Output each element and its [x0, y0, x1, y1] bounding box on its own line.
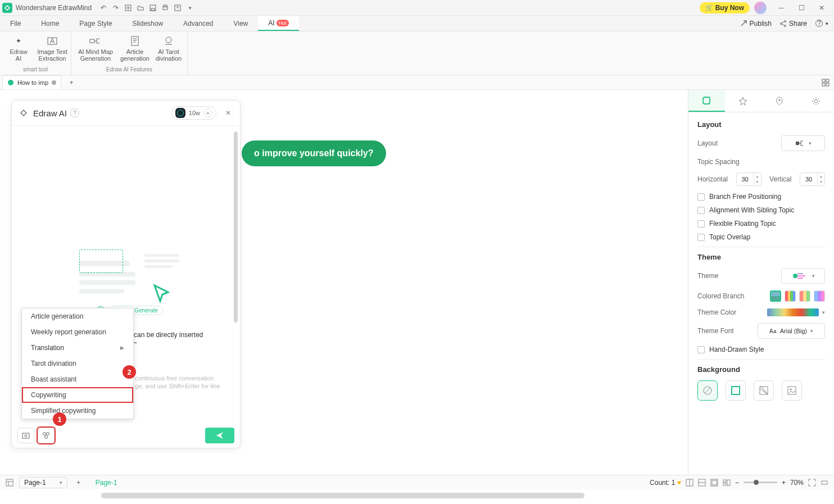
- svg-point-16: [8, 80, 13, 85]
- menu-item-copywriting[interactable]: Copywriting: [22, 387, 133, 403]
- hand-drawn-label: Hand-Drawn Style: [709, 346, 764, 353]
- article-icon: [129, 35, 141, 47]
- align-sibling-check[interactable]: Alignment With Sibling Topic: [697, 206, 825, 214]
- send-button[interactable]: [205, 428, 234, 443]
- rp-tab-icons[interactable]: [762, 90, 798, 112]
- view-mode-2-icon[interactable]: [698, 479, 706, 487]
- image-text-label: Image Text Extraction: [37, 48, 67, 62]
- layout-select[interactable]: ▾: [781, 135, 825, 151]
- menu-item-simplified[interactable]: Simplified copywriting: [22, 403, 133, 419]
- redo-icon[interactable]: ↷: [110, 2, 121, 13]
- ai-tools-icon[interactable]: [38, 428, 55, 443]
- edraw-ai-button[interactable]: ✦Edraw AI: [2, 34, 35, 62]
- zoom-slider[interactable]: [744, 482, 777, 483]
- rp-tab-layout[interactable]: [688, 90, 725, 112]
- panel-toggle-icon[interactable]: [821, 78, 831, 88]
- minimize-button[interactable]: ─: [771, 1, 791, 15]
- hscroll-thumb[interactable]: [101, 493, 584, 498]
- user-avatar[interactable]: [754, 2, 767, 14]
- rp-tab-style[interactable]: [725, 90, 762, 112]
- share-button[interactable]: Share: [779, 20, 807, 28]
- plus-icon[interactable]: +: [203, 108, 212, 117]
- fullscreen-icon[interactable]: [808, 479, 816, 487]
- menu-page-style[interactable]: Page Style: [69, 16, 122, 31]
- screenshot-icon[interactable]: [17, 428, 34, 443]
- publish-button[interactable]: Publish: [740, 20, 772, 28]
- swatch-4[interactable]: [814, 290, 825, 302]
- collapse-icon[interactable]: [821, 479, 828, 487]
- article-gen-button[interactable]: Article generation: [119, 34, 151, 62]
- menu-advanced[interactable]: Advanced: [173, 16, 223, 31]
- menu-item-article[interactable]: Article generation: [22, 308, 133, 324]
- image-text-button[interactable]: AImage Text Extraction: [36, 34, 69, 62]
- help-button[interactable]: ?▾: [815, 19, 828, 28]
- vertical-stepper[interactable]: ▲▼: [800, 172, 825, 186]
- maximize-button[interactable]: ☐: [791, 1, 812, 15]
- svg-rect-36: [6, 479, 13, 486]
- vertical-label: Vertical: [769, 175, 791, 183]
- menu-home[interactable]: Home: [31, 16, 69, 31]
- menu-item-weekly[interactable]: Weekly report generation: [22, 324, 133, 340]
- menu-ai[interactable]: AIHot: [258, 16, 298, 31]
- overlap-check[interactable]: Topic Overlap: [697, 233, 825, 241]
- menu-view[interactable]: View: [223, 16, 258, 31]
- scrollbar[interactable]: [234, 131, 238, 323]
- new-icon[interactable]: [123, 2, 134, 13]
- rp-tab-settings[interactable]: [797, 90, 834, 112]
- mindmap-root-node[interactable]: o improve yourself quickly?: [242, 140, 386, 166]
- tarot-button[interactable]: AI Tarot divination: [152, 34, 185, 62]
- view-mode-1-icon[interactable]: [686, 479, 694, 487]
- theme-select[interactable]: ▾: [781, 268, 825, 284]
- flexible-check[interactable]: Flexible Floating Topic: [697, 220, 825, 228]
- page-selector[interactable]: Page-1▾: [19, 477, 67, 488]
- hscroll-track[interactable]: [101, 493, 584, 498]
- help-icon[interactable]: ?: [70, 108, 79, 117]
- bg-pattern[interactable]: [754, 380, 774, 401]
- export-icon[interactable]: [172, 2, 183, 13]
- hand-drawn-check[interactable]: Hand-Drawn Style: [697, 346, 825, 353]
- bg-none[interactable]: [697, 380, 718, 401]
- swatch-1[interactable]: [770, 290, 781, 302]
- menu-item-boast[interactable]: Boast assistant: [22, 371, 133, 387]
- flexible-label: Flexible Floating Topic: [709, 220, 776, 228]
- vertical-input[interactable]: [800, 176, 817, 183]
- svg-text:A: A: [50, 37, 55, 45]
- bg-image[interactable]: [782, 380, 802, 401]
- print-icon[interactable]: [160, 2, 171, 13]
- save-icon[interactable]: [147, 2, 158, 13]
- canvas[interactable]: o improve yourself quickly? Edraw AI ? 1…: [0, 90, 688, 489]
- zoom-in-icon[interactable]: +: [782, 479, 786, 487]
- chevron-down-icon[interactable]: ▾: [822, 310, 825, 315]
- zoom-out-icon[interactable]: −: [735, 479, 739, 487]
- close-button[interactable]: ✕: [812, 1, 832, 15]
- mindmap-gen-button[interactable]: AI Mind Map Generation: [74, 34, 117, 62]
- menu-item-translation[interactable]: Translation▶: [22, 340, 133, 356]
- view-mode-3-icon[interactable]: [710, 479, 718, 487]
- theme-color-bar[interactable]: [767, 308, 819, 316]
- menu-file[interactable]: File: [0, 16, 31, 31]
- page-tab[interactable]: Page-1: [90, 479, 123, 487]
- swatch-3[interactable]: [799, 290, 810, 302]
- add-page-button[interactable]: +: [73, 477, 84, 488]
- menu-slideshow[interactable]: Slideshow: [122, 16, 173, 31]
- document-tab[interactable]: How to imp: [2, 75, 61, 89]
- view-mode-4-icon[interactable]: [723, 479, 731, 487]
- ai-credits[interactable]: 10w +: [171, 106, 216, 120]
- swatch-2[interactable]: [785, 290, 796, 302]
- doc-tab-label: How to imp: [17, 79, 48, 86]
- theme-font-select[interactable]: AᴀArial (Big)▾: [758, 323, 825, 339]
- close-panel-icon[interactable]: ✕: [223, 108, 233, 118]
- horizontal-input[interactable]: [737, 176, 754, 183]
- horizontal-stepper[interactable]: ▲▼: [736, 172, 762, 186]
- branch-free-check[interactable]: Branch Free Positioning: [697, 193, 825, 201]
- menu-item-tarot[interactable]: Tarot divination: [22, 356, 133, 371]
- svg-rect-41: [723, 480, 726, 482]
- bg-solid[interactable]: [726, 380, 746, 401]
- open-icon[interactable]: [135, 2, 146, 13]
- outline-icon[interactable]: [6, 479, 13, 487]
- dropdown-icon[interactable]: ▾: [184, 2, 196, 13]
- undo-icon[interactable]: ↶: [98, 2, 109, 13]
- checkbox-icon: [697, 346, 705, 353]
- buy-now-button[interactable]: 🛒 Buy Now: [700, 2, 750, 13]
- new-tab-button[interactable]: +: [65, 76, 78, 89]
